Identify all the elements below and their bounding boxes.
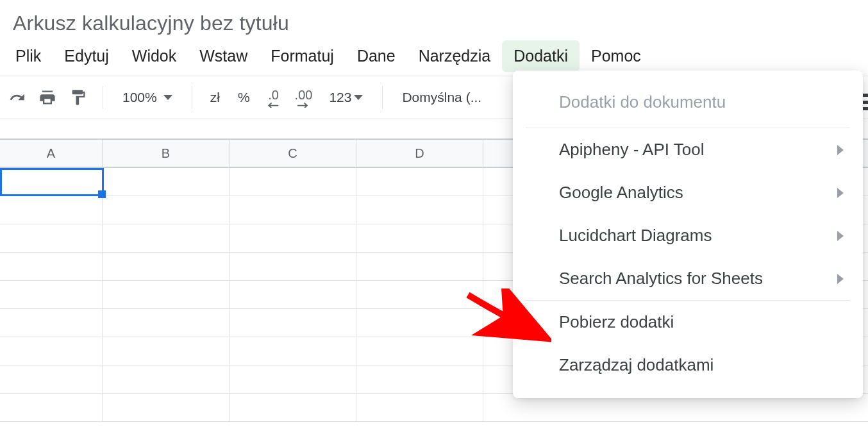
cell[interactable] [230, 253, 356, 280]
chevron-right-icon [837, 145, 844, 155]
cell[interactable] [356, 253, 483, 280]
cell[interactable] [356, 309, 483, 337]
print-icon [38, 88, 56, 106]
arrow-right-icon [297, 103, 309, 108]
dropdown-item-label: Search Analytics for Sheets [559, 269, 763, 289]
arrow-left-icon [268, 103, 280, 108]
cell[interactable] [230, 196, 356, 224]
cell[interactable] [0, 253, 103, 280]
caret-down-icon [354, 95, 363, 100]
get-addons[interactable]: Pobierz dodatki [513, 301, 863, 344]
increase-decimal-button[interactable]: .00 [291, 84, 317, 111]
chevron-right-icon [837, 188, 844, 198]
cell[interactable] [103, 281, 230, 308]
menu-data[interactable]: Dane [346, 40, 407, 72]
decrease-decimal-label: .0 [268, 88, 279, 103]
cell[interactable] [230, 337, 356, 365]
addon-google-analytics[interactable]: Google Analytics [513, 171, 863, 214]
dropdown-section-header: Dodatki do dokumentu [513, 77, 863, 128]
cell[interactable] [103, 196, 230, 224]
cell-B1[interactable] [103, 168, 230, 196]
cell[interactable] [0, 337, 103, 365]
column-header-C[interactable]: C [230, 140, 356, 167]
chevron-right-icon [837, 231, 844, 241]
addon-apipheny[interactable]: Apipheny - API Tool [513, 128, 863, 171]
column-header-A[interactable]: A [0, 140, 103, 167]
cell[interactable] [103, 337, 230, 365]
cell-A1[interactable] [0, 168, 103, 196]
cell[interactable] [0, 196, 103, 224]
menu-view[interactable]: Widok [121, 40, 188, 72]
document-title[interactable]: Arkusz kalkulacyjny bez tytułu [0, 0, 868, 40]
menu-insert[interactable]: Wstaw [188, 40, 259, 72]
cell[interactable] [356, 365, 483, 393]
dropdown-item-label: Zarządzaj dodatkami [559, 355, 714, 375]
cell[interactable] [230, 309, 356, 337]
dropdown-item-label: Apipheny - API Tool [559, 140, 704, 160]
number-format-dropdown[interactable]: 123 [321, 90, 371, 105]
cell[interactable] [0, 365, 103, 393]
cell-D1[interactable] [356, 168, 483, 196]
dropdown-item-label: Google Analytics [559, 183, 683, 203]
number-format-label: 123 [329, 90, 351, 105]
decrease-decimal-button[interactable]: .0 [262, 84, 286, 111]
menu-addons[interactable]: Dodatki [502, 40, 580, 72]
format-percent-button[interactable]: % [231, 90, 256, 105]
addons-dropdown: Dodatki do dokumentu Apipheny - API Tool… [513, 71, 863, 398]
cell[interactable] [103, 365, 230, 393]
cell-C1[interactable] [230, 168, 356, 196]
cell[interactable] [230, 365, 356, 393]
menu-help[interactable]: Pomoc [580, 40, 653, 72]
cell[interactable] [0, 224, 103, 252]
increase-decimal-label: .00 [295, 88, 313, 103]
zoom-value: 100% [122, 90, 157, 105]
cell[interactable] [103, 253, 230, 280]
format-currency-button[interactable]: zł [204, 90, 226, 105]
manage-addons[interactable]: Zarządzaj dodatkami [513, 344, 863, 387]
cell[interactable] [103, 224, 230, 252]
toolbar-separator [103, 86, 103, 109]
redo-icon [9, 89, 26, 106]
toolbar-separator [192, 86, 192, 109]
cell[interactable] [103, 309, 230, 337]
print-button[interactable] [35, 84, 60, 111]
menu-file[interactable]: Plik [4, 40, 53, 72]
paint-format-icon [69, 88, 87, 106]
cell[interactable] [230, 281, 356, 308]
chevron-right-icon [837, 274, 844, 284]
cell[interactable] [230, 394, 356, 421]
paint-format-button[interactable] [65, 84, 91, 111]
column-header-D[interactable]: D [356, 140, 483, 167]
cell[interactable] [103, 394, 230, 421]
menu-edit[interactable]: Edytuj [53, 40, 120, 72]
toolbar-separator [382, 86, 383, 109]
column-header-B[interactable]: B [103, 140, 230, 167]
addon-search-analytics[interactable]: Search Analytics for Sheets [513, 257, 863, 300]
redo-button[interactable] [5, 84, 29, 111]
addon-lucidchart[interactable]: Lucidchart Diagrams [513, 214, 863, 257]
cell[interactable] [356, 337, 483, 365]
cell[interactable] [0, 281, 103, 308]
cell[interactable] [356, 196, 483, 224]
cell[interactable] [356, 281, 483, 308]
cell[interactable] [0, 394, 103, 421]
dropdown-item-label: Pobierz dodatki [559, 312, 674, 332]
cell[interactable] [230, 224, 356, 252]
zoom-dropdown[interactable]: 100% [115, 90, 180, 105]
menu-tools[interactable]: Narzędzia [407, 40, 503, 72]
cell[interactable] [0, 309, 103, 337]
cell[interactable] [356, 224, 483, 252]
cell[interactable] [356, 394, 483, 421]
dropdown-item-label: Lucidchart Diagrams [559, 226, 712, 246]
menu-format[interactable]: Formatuj [259, 40, 346, 72]
font-family-dropdown[interactable]: Domyślna (... [394, 90, 489, 105]
caret-down-icon [163, 95, 172, 100]
